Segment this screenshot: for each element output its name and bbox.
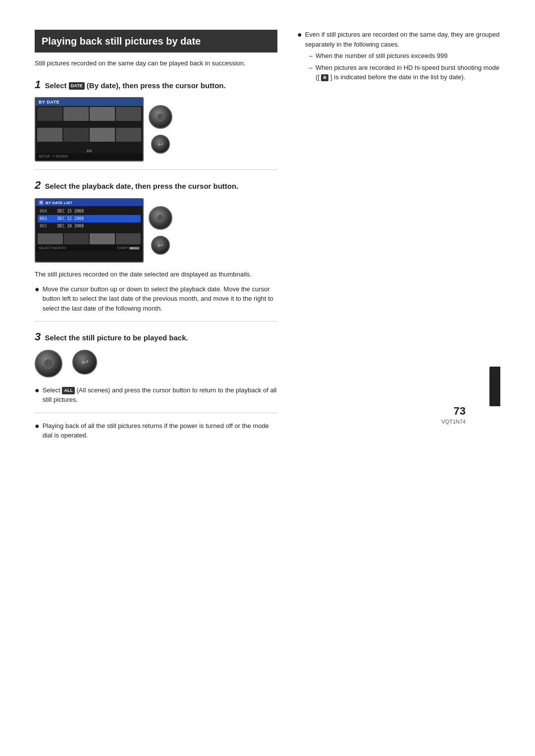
dpad-2-ring (149, 206, 172, 230)
thumb-5 (37, 128, 62, 142)
small-btn-2: ↩ (151, 236, 170, 255)
right-column: ● Even if still pictures are recorded on… (297, 30, 500, 444)
step-3-bullet2: ● Playing back of all the still pictures… (35, 421, 277, 440)
datelist-icon: ⊟ (39, 200, 44, 205)
step-1-number: 1 (35, 78, 41, 91)
step-3-bullet1: ● Select ALL (All scenes) and press the … (35, 385, 277, 405)
step-1-screen: BY DATE (35, 97, 144, 162)
step-3-bullet1-text: Select ALL (All scenes) and press the cu… (43, 385, 277, 405)
datelist-footer-start: START MENU (117, 246, 140, 250)
dl-thumb-3 (90, 233, 115, 244)
step-3-heading-text: Select the still picture to be played ba… (45, 333, 188, 342)
row-1-num: 004 (40, 209, 54, 214)
step-2-heading-text: Select the playback date, then press the… (45, 182, 238, 190)
date-badge: DATE (69, 82, 85, 90)
menu-badge: MENU (129, 247, 140, 250)
dl-thumb-4 (116, 233, 141, 244)
sub-bullet-2-text: When pictures are recorded in HD hi-spee… (316, 63, 500, 82)
dpad-3-center (44, 359, 54, 369)
right-bullet1: ● Even if still pictures are recorded on… (297, 30, 500, 84)
dpad-2 (149, 206, 172, 230)
right-bullet1-text: Even if still pictures are recorded on t… (305, 31, 500, 48)
intro-text: Still pictures recorded on the same day … (35, 58, 277, 68)
sub-bullet-1-text: When the number of still pictures exceed… (316, 51, 448, 61)
step-1-controls: ↩ (149, 105, 172, 154)
bullet-dot-1: ● (35, 284, 40, 314)
page-tab (489, 367, 500, 406)
step-2-block: 2 Select the playback date, then press t… (35, 178, 277, 263)
step-2-body-text1: The still pictures recorded on the date … (35, 270, 277, 279)
divider-2 (35, 321, 277, 322)
sub-bullet-2: – When pictures are recorded in HD hi-sp… (309, 63, 500, 82)
row-3-num: 002 (40, 224, 54, 228)
step-2-number: 2 (35, 179, 41, 191)
section-title: Playing back still pictures by date (35, 30, 277, 53)
datelist-thumb-row (36, 231, 143, 245)
sub-dash-2: – (309, 63, 313, 82)
datelist-footer-select: SELECT MONTH (39, 246, 66, 250)
thumb-7 (90, 128, 115, 142)
screen-1-grid (36, 106, 143, 148)
row-1-date: DEC 15 2008 (57, 209, 84, 214)
thumb-4 (116, 107, 141, 121)
thumb-1 (37, 107, 62, 121)
step-2-heading: 2 Select the playback date, then press t… (35, 178, 277, 193)
step-2-visual: ⊟ BY DATE LIST 004 DEC 15 2008 003 (35, 198, 277, 263)
left-column: Playing back still pictures by date Stil… (35, 30, 277, 444)
thumb-6 (63, 128, 89, 142)
right-bullet-dot-1: ● (297, 30, 302, 84)
small-btn-2-icon: ↩ (158, 241, 163, 249)
screen-1-content: 2/2 SETUP ⏎ ENTER (36, 106, 143, 160)
section-title-text: Playing back still pictures by date (42, 36, 201, 47)
thumb-8 (116, 128, 141, 142)
page-number: 73 (454, 405, 466, 418)
divider-1 (35, 169, 277, 170)
step-2-screen: ⊟ BY DATE LIST 004 DEC 15 2008 003 (35, 198, 144, 263)
divider-3 (35, 413, 277, 413)
datelist-header: ⊟ BY DATE LIST (36, 199, 143, 206)
step-3-heading: 3 Select the still picture to be played … (35, 329, 277, 345)
dpad-1 (149, 105, 172, 129)
datelist-row-1: 004 DEC 15 2008 (38, 208, 141, 215)
burst-badge: ⊞ (321, 74, 328, 81)
datelist-header-text: BY DATE LIST (46, 201, 72, 205)
dpad-1-ring (149, 105, 172, 129)
step-2-screen-wrapper: ⊟ BY DATE LIST 004 DEC 15 2008 003 (35, 198, 144, 263)
row-2-num: 003 (40, 216, 54, 221)
screen-1-footer-left: SETUP ⏎ ENTER (39, 155, 68, 159)
step-2-controls: ↩ (149, 206, 172, 255)
step-3-icons: ↩ (35, 350, 277, 378)
sub-dash-1: – (309, 51, 313, 61)
model-number: VQT1N74 (441, 419, 466, 425)
step-3-bullet2-text: Playing back of all the still pictures r… (43, 421, 277, 440)
datelist-row-3: 002 DEC 10 2008 (38, 222, 141, 230)
dpad-2-center (157, 214, 164, 222)
dpad-1-center (157, 113, 164, 121)
datelist-row-2: 003 DEC 12 2008 (38, 215, 141, 222)
step-3-number: 3 (35, 330, 41, 343)
row-2-date: DEC 12 2008 (57, 216, 84, 221)
bullet-dot-2: ● (35, 385, 40, 405)
small-btn-3-icon: ↩ (81, 357, 89, 368)
dl-thumb-1 (38, 233, 63, 244)
step-3-block: 3 Select the still picture to be played … (35, 329, 277, 378)
thumb-3 (90, 107, 115, 121)
screen-1-footer: SETUP ⏎ ENTER (36, 154, 143, 160)
page-footer: 73 VQT1N74 (441, 405, 466, 425)
page-layout: Playing back still pictures by date Stil… (35, 30, 500, 444)
right-bullet1-content: Even if still pictures are recorded on t… (305, 30, 500, 84)
dpad-3-ring (35, 350, 62, 378)
row-3-date: DEC 10 2008 (57, 224, 84, 228)
small-btn-1: ↩ (151, 135, 170, 154)
datelist-rows: 004 DEC 15 2008 003 DEC 12 2008 002 DEC … (36, 206, 143, 231)
step-2-bullet1-text: Move the cursor button up or down to sel… (43, 284, 277, 314)
bullet-dot-3: ● (35, 421, 40, 440)
small-btn-3: ↩ (72, 350, 97, 375)
step-1-visual: BY DATE (35, 97, 277, 162)
all-badge: ALL (62, 387, 75, 395)
screen-1-page: 2/2 (36, 148, 143, 154)
datelist-footer: SELECT MONTH START MENU (36, 245, 143, 251)
small-btn-1-icon: ↩ (158, 140, 163, 148)
step-1-heading-text: Select DATE (By date), then press the cu… (45, 81, 225, 90)
screen-1-header: BY DATE (36, 98, 143, 106)
